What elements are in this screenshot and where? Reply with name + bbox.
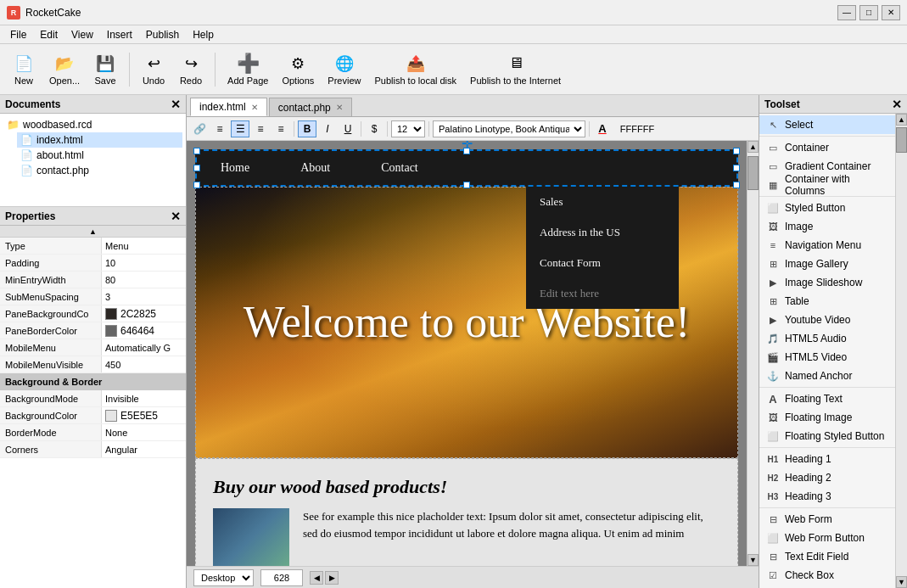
- tool-web-form-button[interactable]: ⬜ Web Form Button: [759, 529, 895, 547]
- scrollbar-thumb[interactable]: [747, 156, 759, 190]
- tool-heading-3[interactable]: H3 Heading 3: [759, 487, 895, 506]
- close-button[interactable]: ✕: [882, 5, 900, 20]
- save-button[interactable]: 💾 Save: [88, 50, 122, 89]
- font-size-select[interactable]: 12: [391, 120, 425, 137]
- submenu-sales[interactable]: Sales: [526, 187, 679, 217]
- prop-pane-border-color[interactable]: PaneBorderColor 646464: [0, 322, 186, 339]
- tool-image[interactable]: 🖼 Image: [759, 217, 895, 236]
- properties-close-button[interactable]: ✕: [171, 210, 181, 223]
- nav-contact[interactable]: Contact: [356, 151, 444, 185]
- menu-insert[interactable]: Insert: [100, 27, 139, 42]
- publish-local-button[interactable]: 📤 Publish to local disk: [369, 50, 462, 89]
- submenu-contact-form[interactable]: Contact Form: [526, 248, 679, 278]
- bg-color-swatch[interactable]: [105, 410, 117, 422]
- toolset-scroll-track[interactable]: [896, 126, 907, 576]
- project-item[interactable]: 📁 woodbased.rcd: [3, 117, 182, 132]
- color-value-display[interactable]: FFFFFF: [613, 120, 661, 137]
- tool-table[interactable]: ⊞ Table: [759, 292, 895, 311]
- tool-floating-text[interactable]: A Floating Text: [759, 389, 895, 408]
- format-dollar-button[interactable]: $: [365, 120, 384, 137]
- file-about[interactable]: 📄 about.html: [17, 148, 182, 163]
- tool-floating-image[interactable]: 🖼 Floating Image: [759, 408, 895, 427]
- status-left-button[interactable]: ◀: [310, 571, 323, 585]
- nav-about[interactable]: About: [275, 151, 356, 185]
- align-left-button[interactable]: ≡: [210, 120, 229, 137]
- file-contact[interactable]: 📄 contact.php: [17, 163, 182, 178]
- menu-help[interactable]: Help: [186, 27, 221, 42]
- format-bar: 🔗 ≡ ☰ ≡ ≡ B I U $ 12 Palatino Linotype, …: [187, 117, 759, 141]
- add-page-button[interactable]: ➕ Add Page: [222, 50, 273, 89]
- toolset-close-button[interactable]: ✕: [892, 98, 902, 111]
- submenu-address[interactable]: Address in the US: [526, 217, 679, 248]
- prop-scroll-up[interactable]: ▲: [0, 226, 186, 238]
- tool-image-slideshow[interactable]: ▶ Image Slideshow: [759, 273, 895, 292]
- prop-pane-bg-color[interactable]: PaneBackgroundCo 2C2825: [0, 305, 186, 322]
- pane-border-color-swatch[interactable]: [105, 325, 117, 337]
- tool-named-anchor[interactable]: ⚓ Named Anchor: [759, 367, 895, 385]
- align-center-button[interactable]: ☰: [231, 120, 249, 137]
- nav-home[interactable]: Home: [195, 151, 275, 185]
- tool-image-gallery[interactable]: ⊞ Image Gallery: [759, 255, 895, 273]
- tool-radio-button[interactable]: ⊙ Radio Button: [759, 585, 895, 588]
- scrollbar-track[interactable]: [747, 153, 759, 554]
- tool-web-form[interactable]: ⊟ Web Form: [759, 510, 895, 529]
- title-bar-controls[interactable]: — □ ✕: [837, 5, 900, 20]
- tab-index[interactable]: index.html ✕: [190, 98, 267, 116]
- options-button[interactable]: ⚙ Options: [277, 50, 319, 89]
- documents-close-button[interactable]: ✕: [171, 98, 181, 111]
- tool-check-box[interactable]: ☑ Check Box: [759, 566, 895, 585]
- preview-button[interactable]: 🌐 Preview: [322, 50, 366, 89]
- tab-index-close[interactable]: ✕: [251, 103, 258, 112]
- tab-contact[interactable]: contact.php ✕: [269, 98, 352, 116]
- tool-html5-audio[interactable]: 🎵 HTML5 Audio: [759, 329, 895, 348]
- toolset-scroll-down[interactable]: ▼: [896, 576, 907, 588]
- menu-publish[interactable]: Publish: [139, 27, 186, 42]
- tool-heading-1[interactable]: H1 Heading 1: [759, 450, 895, 468]
- tool-container-label: Container: [785, 142, 829, 154]
- new-button[interactable]: 📄 New: [7, 50, 41, 89]
- view-mode-select[interactable]: Desktop: [193, 569, 254, 586]
- canvas-main[interactable]: Home About Contact: [187, 141, 747, 566]
- tool-youtube-video[interactable]: ▶ Youtube Video: [759, 311, 895, 329]
- scroll-down-button[interactable]: ▼: [747, 554, 759, 566]
- align-justify-button[interactable]: ≡: [272, 120, 290, 137]
- link-button[interactable]: 🔗: [190, 120, 209, 137]
- italic-button[interactable]: I: [318, 120, 337, 137]
- minimize-button[interactable]: —: [837, 5, 856, 20]
- tool-heading-2[interactable]: H2 Heading 2: [759, 468, 895, 487]
- font-name-select[interactable]: Palatino Linotype, Book Antiqua3, Pal: [433, 120, 585, 137]
- file-index[interactable]: 📄 index.html: [17, 132, 182, 148]
- tool-text-edit-field[interactable]: ⊟ Text Edit Field: [759, 547, 895, 566]
- status-right-button[interactable]: ▶: [325, 571, 339, 585]
- menu-view[interactable]: View: [64, 27, 100, 42]
- tool-select[interactable]: ↖ Select: [759, 115, 895, 134]
- tool-styled-button[interactable]: ⬜ Styled Button: [759, 199, 895, 217]
- tool-navigation-menu[interactable]: ≡ Navigation Menu: [759, 236, 895, 255]
- tool-container-columns[interactable]: ▦ Container with Columns: [759, 176, 895, 194]
- canvas-wrapper: Home About Contact: [195, 149, 738, 566]
- submenu-edit-text[interactable]: Edit text here: [526, 278, 679, 309]
- maximize-button[interactable]: □: [859, 5, 878, 20]
- prop-bg-color[interactable]: BackgroundColor E5E5E5: [0, 407, 186, 424]
- navigation-menu-icon: ≡: [766, 238, 780, 252]
- publish-internet-button[interactable]: 🖥 Publish to the Internet: [465, 50, 566, 89]
- pane-bg-color-swatch[interactable]: [105, 308, 117, 320]
- prop-mobile-visible-label: MobileMenuVisible: [0, 356, 102, 372]
- undo-button[interactable]: ↩ Undo: [137, 50, 171, 89]
- tab-contact-close[interactable]: ✕: [336, 103, 343, 112]
- tool-html5-video[interactable]: 🎬 HTML5 Video: [759, 348, 895, 367]
- color-a-button[interactable]: A: [593, 120, 612, 137]
- toolset-scroll-up[interactable]: ▲: [896, 114, 907, 126]
- menu-edit[interactable]: Edit: [33, 27, 64, 42]
- menu-file[interactable]: File: [3, 27, 33, 42]
- file-icon-3: 📄: [20, 165, 33, 176]
- open-button[interactable]: 📂 Open...: [44, 50, 85, 89]
- redo-button[interactable]: ↪ Redo: [174, 50, 208, 89]
- align-right-button[interactable]: ≡: [251, 120, 270, 137]
- tool-container[interactable]: ▭ Container: [759, 138, 895, 157]
- toolset-scroll-thumb[interactable]: [896, 127, 907, 153]
- scroll-up-button[interactable]: ▲: [747, 141, 759, 153]
- tool-floating-styled-button[interactable]: ⬜ Floating Styled Button: [759, 427, 895, 445]
- bold-button[interactable]: B: [298, 120, 316, 137]
- underline-button[interactable]: U: [339, 120, 357, 137]
